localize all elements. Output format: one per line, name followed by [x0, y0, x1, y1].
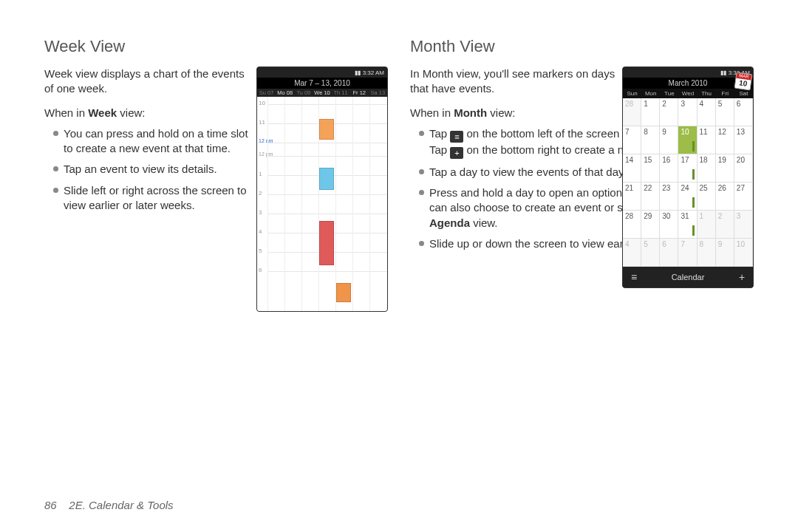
month-day-cell[interactable]: 11 [698, 126, 716, 154]
add-event-button[interactable]: + [731, 267, 753, 287]
month-day-cell[interactable]: 10 [678, 126, 697, 154]
month-view-intro: In Month view, you'll see markers on day… [410, 66, 617, 97]
month-day-cell[interactable]: 31 [678, 211, 697, 239]
month-day-cell[interactable]: 27 [734, 183, 753, 211]
month-day-cell[interactable]: 6 [734, 98, 753, 126]
calendar-event [336, 283, 351, 302]
event-marker [692, 141, 695, 151]
month-day-cell[interactable]: 16 [660, 154, 678, 183]
calendar-toolbar: ≡ Calendar + [623, 267, 753, 287]
signal-icon: ▮▮ [720, 69, 726, 76]
week-view-intro: Week view displays a chart of the events… [44, 66, 251, 97]
month-day-cell[interactable]: 13 [734, 126, 753, 154]
month-day-cell[interactable]: 8 [698, 239, 716, 267]
month-day-cell[interactable]: 6 [660, 239, 678, 267]
month-day-cell[interactable]: 12 [716, 126, 734, 154]
list-item: Slide left or right across the screen to… [53, 183, 251, 214]
status-bar: ▮▮ 3:32 AM [623, 67, 753, 78]
calendar-event [319, 221, 334, 265]
month-day-cell[interactable]: 25 [698, 183, 716, 211]
month-day-cell[interactable]: 8 [641, 126, 660, 154]
month-day-cell[interactable]: 7 [623, 126, 641, 154]
month-day-cell[interactable]: 26 [716, 183, 734, 211]
page-footer: 86 2E. Calendar & Tools [44, 499, 174, 511]
month-day-cell[interactable]: 20 [734, 154, 753, 183]
month-day-cell[interactable]: 21 [623, 183, 641, 211]
signal-icon: ▮▮ [355, 69, 361, 76]
month-day-cell[interactable]: 5 [716, 98, 734, 126]
month-day-cell[interactable]: 2 [660, 98, 678, 126]
week-view-screenshot: ▮▮ 3:32 AM Mar 7 – 13, 2010 Su 07 Mo 08 … [256, 66, 388, 312]
month-day-cell[interactable]: 3 [734, 211, 753, 239]
month-grid: 2812345678910111213141516171819202122232… [623, 98, 753, 267]
month-day-cell[interactable]: 23 [660, 183, 678, 211]
month-day-cell[interactable]: 24 [678, 183, 697, 211]
month-day-cell[interactable]: 28 [623, 211, 641, 239]
page-number: 86 [44, 499, 57, 511]
flip-calendar-icon: MAR 10 [734, 72, 753, 91]
section-title: 2E. Calendar & Tools [69, 499, 173, 511]
event-marker [692, 225, 695, 236]
month-title: March 2010 [669, 79, 708, 87]
week-title: Mar 7 – 13, 2010 [257, 78, 387, 89]
month-day-cell[interactable]: 9 [660, 126, 678, 154]
month-day-cell[interactable]: 28 [623, 98, 641, 126]
week-view-bullets: You can press and hold on a time slot to… [44, 126, 251, 213]
month-day-cell[interactable]: 17 [678, 154, 697, 183]
month-day-cell[interactable]: 10 [734, 239, 753, 267]
agenda-button[interactable]: ≡ [623, 267, 645, 287]
month-view-heading: Month View [410, 37, 754, 56]
menu-icon: ≡ [450, 131, 463, 143]
month-day-cell[interactable]: 2 [716, 211, 734, 239]
month-weekday-header: Sun Mon Tue Wed Thu Fri Sat [623, 89, 753, 98]
month-day-cell[interactable]: 30 [660, 211, 678, 239]
month-day-cell[interactable]: 14 [623, 154, 641, 183]
month-title-strip: March 2010 MAR 10 [623, 78, 753, 89]
week-grid: 10 11 12 am 12 pm 1 2 3 4 5 6 [257, 97, 387, 311]
status-time: 3:32 AM [363, 69, 384, 76]
month-day-cell[interactable]: 4 [698, 98, 716, 126]
calendar-event [319, 119, 334, 140]
month-day-cell[interactable]: 22 [641, 183, 660, 211]
month-day-cell[interactable]: 18 [698, 154, 716, 183]
list-item: Tap an event to view its details. [53, 162, 251, 177]
week-view-heading: Week View [44, 37, 388, 56]
month-day-cell[interactable]: 3 [678, 98, 697, 126]
week-day-header: Su 07 Mo 08 Tu 09 We 10 Th 11 Fr 12 Sa 1… [257, 89, 387, 97]
month-day-cell[interactable]: 1 [698, 211, 716, 239]
event-marker [692, 197, 695, 208]
toolbar-label: Calendar [645, 273, 731, 282]
month-view-screenshot: ▮▮ 3:32 AM March 2010 MAR 10 Sun Mon Tue… [622, 66, 754, 288]
month-day-cell[interactable]: 15 [641, 154, 660, 183]
month-day-cell[interactable]: 4 [623, 239, 641, 267]
status-bar: ▮▮ 3:32 AM [257, 67, 387, 78]
plus-icon: + [450, 147, 463, 159]
month-day-cell[interactable]: 9 [716, 239, 734, 267]
list-item: You can press and hold on a time slot to… [53, 126, 251, 157]
month-day-cell[interactable]: 1 [641, 98, 660, 126]
month-day-cell[interactable]: 29 [641, 211, 660, 239]
month-day-cell[interactable]: 7 [678, 239, 697, 267]
month-day-cell[interactable]: 19 [716, 154, 734, 183]
calendar-event [319, 168, 334, 190]
event-marker [692, 169, 695, 180]
month-day-cell[interactable]: 5 [641, 239, 660, 267]
